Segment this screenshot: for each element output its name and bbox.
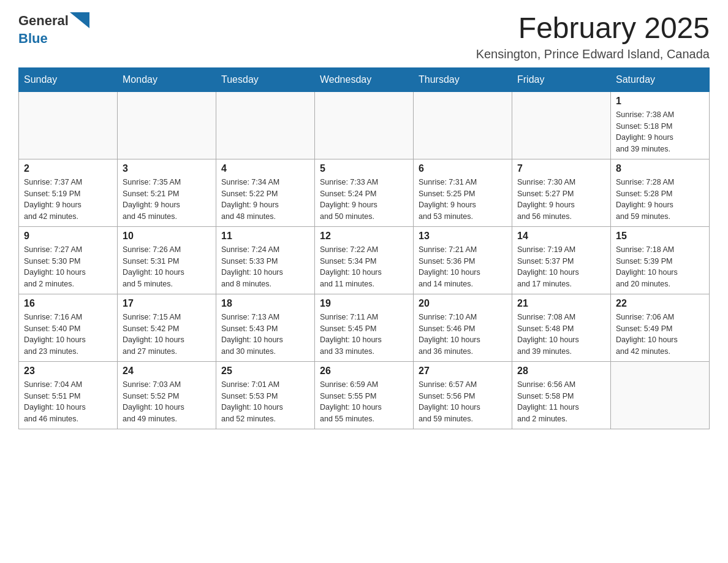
day-number: 11 (221, 231, 309, 242)
day-number: 8 (616, 163, 704, 174)
calendar-cell: 4Sunrise: 7:34 AM Sunset: 5:22 PM Daylig… (216, 159, 315, 226)
calendar-cell: 10Sunrise: 7:26 AM Sunset: 5:31 PM Dayli… (118, 226, 216, 294)
day-of-week-header: Saturday (611, 67, 710, 91)
day-number: 5 (320, 163, 408, 174)
day-number: 12 (320, 231, 408, 242)
calendar-cell: 15Sunrise: 7:18 AM Sunset: 5:39 PM Dayli… (611, 226, 710, 294)
svg-marker-0 (70, 12, 89, 28)
calendar-cell: 14Sunrise: 7:19 AM Sunset: 5:37 PM Dayli… (512, 226, 611, 294)
day-number: 21 (517, 298, 605, 309)
logo-icon-area (70, 12, 89, 28)
day-info: Sunrise: 7:19 AM Sunset: 5:37 PM Dayligh… (517, 244, 605, 290)
day-number: 13 (419, 231, 507, 242)
day-number: 18 (221, 298, 309, 309)
calendar-cell: 23Sunrise: 7:04 AM Sunset: 5:51 PM Dayli… (19, 361, 118, 429)
day-info: Sunrise: 6:59 AM Sunset: 5:55 PM Dayligh… (320, 379, 408, 425)
day-info: Sunrise: 7:06 AM Sunset: 5:49 PM Dayligh… (616, 312, 704, 358)
calendar-cell: 18Sunrise: 7:13 AM Sunset: 5:43 PM Dayli… (216, 294, 315, 361)
day-info: Sunrise: 7:18 AM Sunset: 5:39 PM Dayligh… (616, 244, 704, 290)
day-info: Sunrise: 7:30 AM Sunset: 5:27 PM Dayligh… (517, 177, 605, 223)
calendar-cell: 13Sunrise: 7:21 AM Sunset: 5:36 PM Dayli… (414, 226, 512, 294)
calendar-cell: 12Sunrise: 7:22 AM Sunset: 5:34 PM Dayli… (315, 226, 414, 294)
day-number: 10 (123, 231, 211, 242)
day-info: Sunrise: 7:31 AM Sunset: 5:25 PM Dayligh… (419, 177, 507, 223)
calendar-week-row: 16Sunrise: 7:16 AM Sunset: 5:40 PM Dayli… (19, 294, 710, 361)
day-info: Sunrise: 7:26 AM Sunset: 5:31 PM Dayligh… (123, 244, 211, 290)
day-info: Sunrise: 7:28 AM Sunset: 5:28 PM Dayligh… (616, 177, 704, 223)
day-info: Sunrise: 6:57 AM Sunset: 5:56 PM Dayligh… (419, 379, 507, 425)
day-info: Sunrise: 7:13 AM Sunset: 5:43 PM Dayligh… (221, 312, 309, 358)
calendar-cell: 16Sunrise: 7:16 AM Sunset: 5:40 PM Dayli… (19, 294, 118, 361)
day-info: Sunrise: 7:37 AM Sunset: 5:19 PM Dayligh… (24, 177, 112, 223)
day-number: 26 (320, 366, 408, 377)
day-number: 7 (517, 163, 605, 174)
calendar-cell: 17Sunrise: 7:15 AM Sunset: 5:42 PM Dayli… (118, 294, 216, 361)
day-info: Sunrise: 7:11 AM Sunset: 5:45 PM Dayligh… (320, 312, 408, 358)
day-info: Sunrise: 7:34 AM Sunset: 5:22 PM Dayligh… (221, 177, 309, 223)
calendar-cell (315, 91, 414, 159)
day-of-week-header: Tuesday (216, 67, 315, 91)
day-info: Sunrise: 7:21 AM Sunset: 5:36 PM Dayligh… (419, 244, 507, 290)
day-info: Sunrise: 7:16 AM Sunset: 5:40 PM Dayligh… (24, 312, 112, 358)
calendar-cell (19, 91, 118, 159)
day-info: Sunrise: 7:35 AM Sunset: 5:21 PM Dayligh… (123, 177, 211, 223)
day-number: 23 (24, 366, 112, 377)
calendar-cell: 1Sunrise: 7:38 AM Sunset: 5:18 PM Daylig… (611, 91, 710, 159)
day-info: Sunrise: 7:08 AM Sunset: 5:48 PM Dayligh… (517, 312, 605, 358)
day-number: 2 (24, 163, 112, 174)
calendar-week-row: 2Sunrise: 7:37 AM Sunset: 5:19 PM Daylig… (19, 159, 710, 226)
day-number: 16 (24, 298, 112, 309)
day-info: Sunrise: 7:38 AM Sunset: 5:18 PM Dayligh… (616, 109, 704, 155)
page-header: General Blue February 2025 Kensington, P… (18, 12, 710, 61)
day-number: 19 (320, 298, 408, 309)
calendar-cell: 22Sunrise: 7:06 AM Sunset: 5:49 PM Dayli… (611, 294, 710, 361)
day-of-week-header: Thursday (414, 67, 512, 91)
day-number: 25 (221, 366, 309, 377)
day-info: Sunrise: 7:33 AM Sunset: 5:24 PM Dayligh… (320, 177, 408, 223)
day-info: Sunrise: 6:56 AM Sunset: 5:58 PM Dayligh… (517, 379, 605, 425)
calendar-cell: 24Sunrise: 7:03 AM Sunset: 5:52 PM Dayli… (118, 361, 216, 429)
calendar-cell: 21Sunrise: 7:08 AM Sunset: 5:48 PM Dayli… (512, 294, 611, 361)
calendar-cell: 8Sunrise: 7:28 AM Sunset: 5:28 PM Daylig… (611, 159, 710, 226)
logo-general-text: General (18, 13, 69, 29)
logo-arrow-icon (70, 12, 89, 28)
day-number: 9 (24, 231, 112, 242)
day-number: 22 (616, 298, 704, 309)
calendar-cell: 5Sunrise: 7:33 AM Sunset: 5:24 PM Daylig… (315, 159, 414, 226)
day-of-week-header: Sunday (19, 67, 118, 91)
calendar-week-row: 9Sunrise: 7:27 AM Sunset: 5:30 PM Daylig… (19, 226, 710, 294)
day-number: 27 (419, 366, 507, 377)
day-of-week-header: Friday (512, 67, 611, 91)
day-info: Sunrise: 7:03 AM Sunset: 5:52 PM Dayligh… (123, 379, 211, 425)
day-info: Sunrise: 7:04 AM Sunset: 5:51 PM Dayligh… (24, 379, 112, 425)
calendar-week-row: 1Sunrise: 7:38 AM Sunset: 5:18 PM Daylig… (19, 91, 710, 159)
day-number: 14 (517, 231, 605, 242)
calendar-cell (414, 91, 512, 159)
calendar-cell: 6Sunrise: 7:31 AM Sunset: 5:25 PM Daylig… (414, 159, 512, 226)
day-info: Sunrise: 7:10 AM Sunset: 5:46 PM Dayligh… (419, 312, 507, 358)
day-info: Sunrise: 7:01 AM Sunset: 5:53 PM Dayligh… (221, 379, 309, 425)
location-title: Kensington, Prince Edward Island, Canada (476, 47, 710, 61)
calendar-cell: 20Sunrise: 7:10 AM Sunset: 5:46 PM Dayli… (414, 294, 512, 361)
calendar-cell: 9Sunrise: 7:27 AM Sunset: 5:30 PM Daylig… (19, 226, 118, 294)
calendar-cell: 7Sunrise: 7:30 AM Sunset: 5:27 PM Daylig… (512, 159, 611, 226)
calendar-cell: 2Sunrise: 7:37 AM Sunset: 5:19 PM Daylig… (19, 159, 118, 226)
day-info: Sunrise: 7:15 AM Sunset: 5:42 PM Dayligh… (123, 312, 211, 358)
calendar-cell (611, 361, 710, 429)
day-number: 4 (221, 163, 309, 174)
day-info: Sunrise: 7:27 AM Sunset: 5:30 PM Dayligh… (24, 244, 112, 290)
month-title: February 2025 (476, 12, 710, 45)
day-number: 3 (123, 163, 211, 174)
day-of-week-header: Monday (118, 67, 216, 91)
day-number: 17 (123, 298, 211, 309)
calendar-cell: 3Sunrise: 7:35 AM Sunset: 5:21 PM Daylig… (118, 159, 216, 226)
day-number: 1 (616, 96, 704, 107)
calendar-cell: 19Sunrise: 7:11 AM Sunset: 5:45 PM Dayli… (315, 294, 414, 361)
day-number: 24 (123, 366, 211, 377)
day-number: 28 (517, 366, 605, 377)
calendar-cell: 25Sunrise: 7:01 AM Sunset: 5:53 PM Dayli… (216, 361, 315, 429)
calendar-cell (118, 91, 216, 159)
calendar-cell: 28Sunrise: 6:56 AM Sunset: 5:58 PM Dayli… (512, 361, 611, 429)
day-info: Sunrise: 7:24 AM Sunset: 5:33 PM Dayligh… (221, 244, 309, 290)
logo: General Blue (18, 12, 89, 47)
